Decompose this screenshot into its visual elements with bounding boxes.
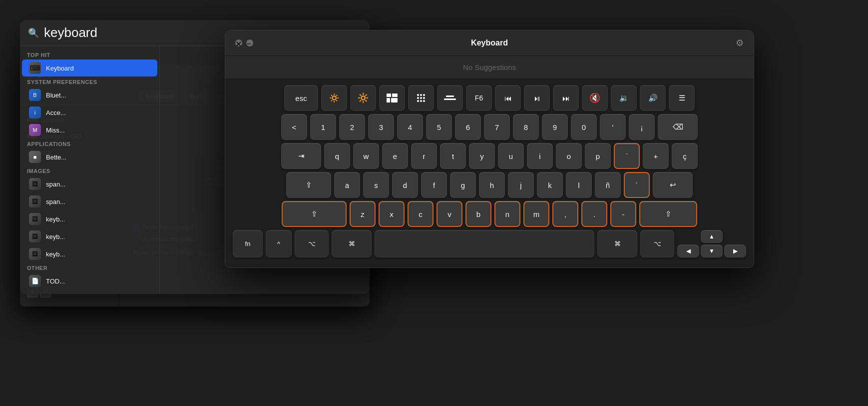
key-6[interactable]: 6 (455, 114, 481, 140)
spotlight-item-label: keyb... (46, 216, 65, 223)
key-kbd-backlight-down[interactable] (437, 85, 463, 111)
key-rewind[interactable]: ⏮ (495, 85, 521, 111)
key-minus[interactable]: - (610, 201, 636, 227)
key-u[interactable]: u (498, 143, 524, 169)
key-cmd-left[interactable]: ⌘ (332, 230, 372, 258)
key-lt[interactable]: < (281, 114, 307, 140)
gear-icon[interactable]: ⚙ (736, 38, 744, 48)
svg-point-30 (417, 94, 419, 96)
key-enter[interactable]: ↩ (653, 172, 693, 198)
key-4[interactable]: 4 (397, 114, 423, 140)
keyboard-viewer-title: Keyboard (471, 38, 508, 48)
key-p[interactable]: p (585, 143, 611, 169)
key-volume-down[interactable]: 🔉 (611, 85, 637, 111)
key-v[interactable]: v (436, 201, 462, 227)
key-i[interactable]: i (527, 143, 553, 169)
spotlight-item-accessibility[interactable]: i Acce... (22, 104, 157, 121)
key-play-pause[interactable]: ⏯ (524, 85, 550, 111)
key-9[interactable]: 9 (542, 114, 568, 140)
key-j[interactable]: j (508, 172, 534, 198)
spotlight-item-span1[interactable]: 🖼 span... (22, 176, 157, 192)
bluetooth-icon: B (29, 89, 41, 101)
key-2[interactable]: 2 (339, 114, 365, 140)
keyboard-window-buttons: ✕ − (235, 40, 253, 46)
key-arrow-right[interactable]: ▶ (724, 244, 746, 258)
spotlight-item-mission[interactable]: M Miss... (22, 122, 157, 138)
key-mute[interactable]: 🔇 (582, 85, 608, 111)
spotlight-item-keyb1[interactable]: 🖼 keyb... (22, 210, 157, 228)
key-plus[interactable]: + (643, 143, 669, 169)
key-fn[interactable]: fn (233, 230, 263, 258)
key-comma[interactable]: , (552, 201, 578, 227)
key-y[interactable]: y (469, 143, 495, 169)
key-7[interactable]: 7 (484, 114, 510, 140)
key-t[interactable]: t (440, 143, 466, 169)
spotlight-item-label: Miss... (46, 126, 65, 134)
key-a[interactable]: a (334, 172, 360, 198)
key-k[interactable]: k (537, 172, 563, 198)
key-period[interactable]: . (581, 201, 607, 227)
spotlight-item-todo[interactable]: 📄 TOD... (22, 272, 157, 290)
key-arrow-down[interactable]: ▼ (701, 244, 723, 258)
spotlight-item-keyb2[interactable]: 🖼 keyb... (22, 228, 157, 245)
key-x[interactable]: x (379, 201, 405, 227)
spotlight-item-span2[interactable]: 🖼 span... (22, 193, 157, 210)
key-menu[interactable]: ☰ (669, 85, 695, 111)
key-z[interactable]: z (350, 201, 376, 227)
key-c[interactable]: c (408, 201, 434, 227)
key-1[interactable]: 1 (310, 114, 336, 140)
key-0[interactable]: 0 (571, 114, 597, 140)
key-shift-left[interactable]: ⇧ (282, 201, 347, 227)
key-n[interactable]: n (494, 201, 520, 227)
key-d[interactable]: d (392, 172, 418, 198)
key-brightness-up[interactable]: 🔆 (350, 85, 376, 111)
key-o[interactable]: o (556, 143, 582, 169)
image-icon: 🖼 (29, 196, 41, 208)
key-alt-right[interactable]: ⌥ (640, 230, 674, 258)
key-shift-right[interactable]: ⇧ (639, 201, 697, 227)
key-brightness-down[interactable]: 🔅 (321, 85, 347, 111)
key-apostrophe[interactable]: ' (600, 114, 626, 140)
key-f[interactable]: f (421, 172, 447, 198)
key-alt-left[interactable]: ⌥ (295, 230, 329, 258)
key-cmd-right[interactable]: ⌘ (597, 230, 637, 258)
key-acute[interactable]: ´ (624, 172, 650, 198)
key-inverted-excl[interactable]: ¡ (629, 114, 655, 140)
key-e[interactable]: e (382, 143, 408, 169)
key-ctrl[interactable]: ^ (266, 230, 292, 258)
key-enye[interactable]: ñ (595, 172, 621, 198)
spotlight-item-better[interactable]: ■ Bette... (22, 148, 157, 166)
key-cedilla-c[interactable]: ç (672, 143, 698, 169)
key-8[interactable]: 8 (513, 114, 539, 140)
spotlight-item-bluetooth[interactable]: B Bluet... (22, 86, 157, 104)
key-m[interactable]: m (523, 201, 549, 227)
key-arrow-left[interactable]: ◀ (677, 244, 699, 258)
spotlight-item-keyboard[interactable]: ⌨ Keyboard (22, 60, 157, 76)
key-fastforward[interactable]: ⏭ (553, 85, 579, 111)
key-backtick[interactable]: ` (614, 143, 640, 169)
key-capslock[interactable]: ⇪ (286, 172, 331, 198)
key-volume-up[interactable]: 🔊 (640, 85, 666, 111)
section-other: OTHER (20, 263, 159, 272)
key-w[interactable]: w (353, 143, 379, 169)
key-f6[interactable]: F6 (466, 85, 492, 111)
key-3[interactable]: 3 (368, 114, 394, 140)
key-g[interactable]: g (450, 172, 476, 198)
kb-close-button[interactable]: ✕ (235, 40, 242, 46)
key-s[interactable]: s (363, 172, 389, 198)
kb-minimize-button[interactable]: − (246, 40, 253, 46)
key-r[interactable]: r (411, 143, 437, 169)
key-esc[interactable]: esc (284, 85, 318, 111)
key-b[interactable]: b (465, 201, 491, 227)
key-l[interactable]: l (566, 172, 592, 198)
key-h[interactable]: h (479, 172, 505, 198)
key-q[interactable]: q (324, 143, 350, 169)
key-backspace[interactable]: ⌫ (658, 114, 698, 140)
key-space[interactable] (375, 230, 594, 258)
spotlight-item-keyb3[interactable]: 🖼 keyb... (22, 246, 157, 262)
key-mission-control[interactable] (379, 85, 405, 111)
key-tab[interactable]: ⇥ (281, 143, 321, 169)
key-5[interactable]: 5 (426, 114, 452, 140)
key-arrow-up[interactable]: ▲ (701, 230, 723, 243)
key-launchpad[interactable] (408, 85, 434, 111)
